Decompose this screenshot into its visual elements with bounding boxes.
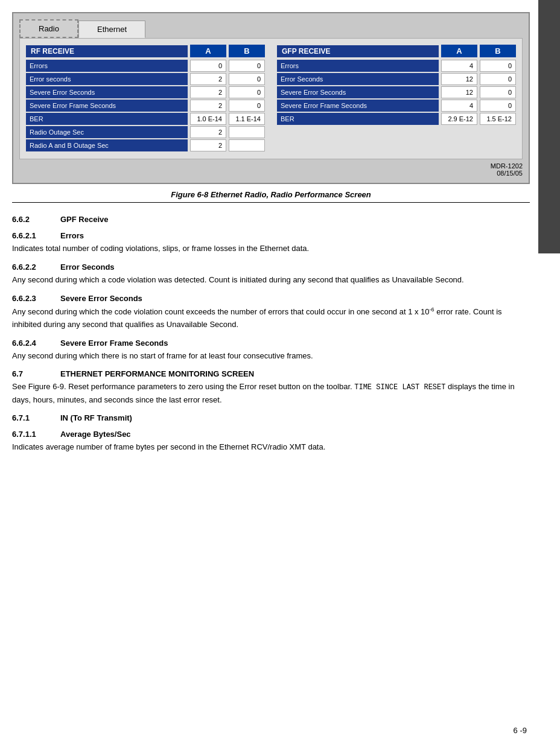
rf-ber-label: BER [26, 113, 188, 125]
section-671-heading: 6.7.1 IN (To RF Transmit) [12, 413, 530, 422]
gfp-receive-title: GFP RECEIVE [277, 45, 439, 57]
gfp-severe-frame-seconds-a: 4 [441, 100, 477, 112]
gfp-ber-label: BER [277, 113, 439, 125]
rf-radio-ab-outage-a: 2 [190, 139, 226, 151]
gfp-ber-a: 2.9 E-12 [441, 113, 477, 125]
section-662-heading: 6.6.2 GPF Receive [12, 215, 530, 224]
performance-area: RF RECEIVE A B Errors 0 0 Error seconds … [19, 38, 523, 159]
figure-caption: Figure 6-8 Ethernet Radio, Radio Perform… [12, 190, 530, 203]
section-6622-num: 6.6.2.2 [12, 262, 48, 272]
section-6711-body: Indicates average number of frame bytes … [12, 441, 530, 454]
rf-severe-error-seconds-b: 0 [229, 86, 265, 98]
gfp-col-a-header: A [441, 45, 477, 57]
table-row: BER 1.0 E-14 1.1 E-14 [26, 113, 265, 125]
gfp-severe-error-seconds-label: Severe Error Seconds [277, 86, 439, 98]
rf-errors-b: 0 [229, 60, 265, 72]
section-6624-heading: 6.6.2.4 Severe Error Frame Seconds [12, 339, 530, 348]
rf-col-a-header: A [190, 45, 226, 57]
gfp-errors-a: 4 [441, 60, 477, 72]
table-row: Radio A and B Outage Sec 2 [26, 139, 265, 151]
gfp-receive-section: GFP RECEIVE A B Errors 4 0 Error Seconds… [277, 45, 516, 153]
section-671-head: IN (To RF Transmit) [60, 413, 132, 422]
gfp-col-b-header: B [480, 45, 516, 57]
rf-severe-error-seconds-a: 2 [190, 86, 226, 98]
gfp-severe-error-seconds-b: 0 [480, 86, 516, 98]
section-6623-body: Any second during which the code violati… [12, 305, 530, 331]
right-sidebar [538, 0, 560, 253]
rf-severe-frame-seconds-b: 0 [229, 100, 265, 112]
rf-error-seconds-label: Error seconds [26, 73, 188, 85]
section-6622-heading: 6.6.2.2 Error Seconds [12, 262, 530, 272]
rf-error-seconds-a: 2 [190, 73, 226, 85]
section-6621-heading: 6.6.2.1 Errors [12, 231, 530, 240]
rf-radio-outage-a: 2 [190, 126, 226, 138]
tab-ethernet[interactable]: Ethernet [78, 21, 145, 38]
rf-radio-outage-label: Radio Outage Sec [26, 126, 188, 138]
mdr-label: MDR-1202 08/15/05 [19, 162, 523, 177]
section-6711-heading: 6.7.1.1 Average Bytes/Sec [12, 430, 530, 439]
tabs-row: Radio Ethernet [19, 19, 523, 38]
gfp-error-seconds-b: 0 [480, 73, 516, 85]
section-6621-head: Errors [60, 231, 84, 240]
section-6622-body: Any second during which a code violation… [12, 274, 530, 287]
section-6711-head: Average Bytes/Sec [60, 430, 131, 439]
gfp-error-seconds-label: Error Seconds [277, 73, 439, 85]
rf-col-b-header: B [229, 45, 265, 57]
gfp-receive-header: GFP RECEIVE A B [277, 45, 516, 57]
section-67-heading: 6.7 ETHERNET PERFORMANCE MONITORING SCRE… [12, 369, 530, 378]
rf-receive-title: RF RECEIVE [26, 45, 188, 57]
section-67-body: See Figure 6-9. Reset performance parame… [12, 381, 530, 406]
section-6711-num: 6.7.1.1 [12, 430, 48, 439]
rf-radio-ab-outage-label: Radio A and B Outage Sec [26, 139, 188, 151]
section-6622-head: Error Seconds [60, 262, 115, 272]
rf-errors-label: Errors [26, 60, 188, 72]
section-662-head: GPF Receive [60, 215, 109, 224]
rf-ber-a: 1.0 E-14 [190, 113, 226, 125]
rf-radio-outage-b [229, 126, 265, 138]
gfp-errors-label: Errors [277, 60, 439, 72]
table-row: Error Seconds 12 0 [277, 73, 516, 85]
section-662-num: 6.6.2 [12, 215, 48, 224]
section-67-num: 6.7 [12, 369, 48, 378]
table-row: Errors 0 0 [26, 60, 265, 72]
table-row: Errors 4 0 [277, 60, 516, 72]
section-6624-body: Any second during which there is no star… [12, 350, 530, 363]
section-6621-body: Indicates total number of coding violati… [12, 243, 530, 255]
rf-error-seconds-b: 0 [229, 73, 265, 85]
table-row: Radio Outage Sec 2 [26, 126, 265, 138]
table-row: Error seconds 2 0 [26, 73, 265, 85]
section-6623-heading: 6.6.2.3 Severe Error Seconds [12, 294, 530, 303]
table-row: Severe Error Frame Seconds 4 0 [277, 100, 516, 112]
section-6624-head: Severe Error Frame Seconds [60, 339, 168, 348]
gfp-severe-frame-seconds-label: Severe Error Frame Seconds [277, 100, 439, 112]
gfp-severe-frame-seconds-b: 0 [480, 100, 516, 112]
rf-errors-a: 0 [190, 60, 226, 72]
gfp-errors-b: 0 [480, 60, 516, 72]
rf-ber-b: 1.1 E-14 [229, 113, 265, 125]
tab-radio[interactable]: Radio [19, 19, 78, 38]
page-number: 6 -9 [514, 726, 527, 735]
section-67-mono: TIME SINCE LAST RESET [354, 383, 445, 392]
gfp-error-seconds-a: 12 [441, 73, 477, 85]
rf-severe-error-seconds-label: Severe Error Seconds [26, 86, 188, 98]
table-row: Severe Error Seconds 12 0 [277, 86, 516, 98]
section-6623-num: 6.6.2.3 [12, 294, 48, 303]
gfp-ber-b: 1.5 E-12 [480, 113, 516, 125]
table-row: BER 2.9 E-12 1.5 E-12 [277, 113, 516, 125]
table-row: Severe Error Seconds 2 0 [26, 86, 265, 98]
section-6624-num: 6.6.2.4 [12, 339, 48, 348]
table-row: Severe Error Frame Seconds 2 0 [26, 100, 265, 112]
section-6621-num: 6.6.2.1 [12, 231, 48, 240]
section-6623-head: Severe Error Seconds [60, 294, 142, 303]
rf-severe-frame-seconds-a: 2 [190, 100, 226, 112]
rf-radio-ab-outage-b [229, 139, 265, 151]
section-67-head: ETHERNET PERFORMANCE MONITORING SCREEN [60, 369, 254, 378]
rf-receive-header: RF RECEIVE A B [26, 45, 265, 57]
rf-severe-frame-seconds-label: Severe Error Frame Seconds [26, 100, 188, 112]
section-671-num: 6.7.1 [12, 413, 48, 422]
screenshot-panel: Radio Ethernet RF RECEIVE A B Errors 0 0 [12, 12, 530, 184]
gfp-severe-error-seconds-a: 12 [441, 86, 477, 98]
rf-receive-section: RF RECEIVE A B Errors 0 0 Error seconds … [26, 45, 265, 153]
